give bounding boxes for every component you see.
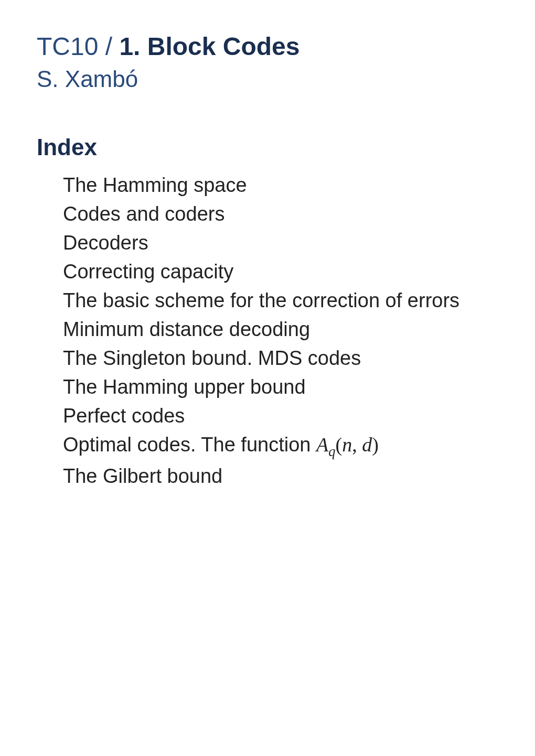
math-close: ) <box>372 434 379 456</box>
topic-title: 1. Block Codes <box>119 33 299 60</box>
math-d: d <box>362 434 372 456</box>
index-item: Perfect codes <box>63 402 498 430</box>
math-open: ( <box>336 434 343 456</box>
index-item: The Singleton bound. MDS codes <box>63 344 498 373</box>
index-item: Decoders <box>63 229 498 257</box>
index-item: Minimum distance decoding <box>63 315 498 344</box>
index-item-text: Optimal codes. The function <box>63 434 316 456</box>
index-heading: Index <box>37 134 498 160</box>
index-item: The basic scheme for the correction of e… <box>63 286 498 315</box>
math-function: Aq(n, d) <box>316 434 379 456</box>
page-title: TC10 / 1. Block Codes <box>37 31 498 62</box>
index-item: Optimal codes. The function Aq(n, d) <box>63 430 498 461</box>
course-code: TC10 / <box>37 33 119 60</box>
index-item: Correcting capacity <box>63 257 498 286</box>
index-item: The Gilbert bound <box>63 462 498 491</box>
index-item: The Hamming upper bound <box>63 373 498 402</box>
index-item: Codes and coders <box>63 200 498 229</box>
math-A: A <box>316 434 328 456</box>
index-item: The Hamming space <box>63 171 498 200</box>
author-name: S. Xambó <box>37 66 498 92</box>
math-comma: , <box>352 434 362 456</box>
math-q: q <box>328 444 335 459</box>
math-n: n <box>342 434 352 456</box>
